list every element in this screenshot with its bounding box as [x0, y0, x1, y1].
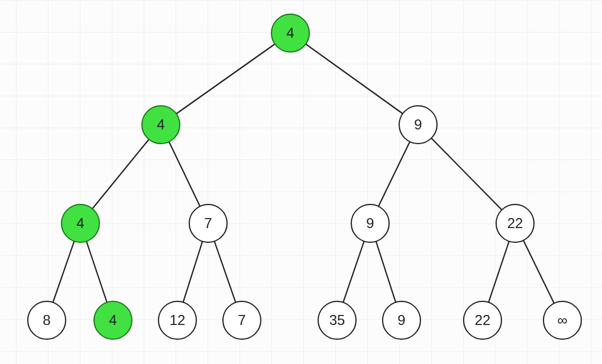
node-label: 8: [43, 313, 50, 327]
node-RR: 22: [496, 204, 535, 243]
node-label: 4: [157, 118, 164, 132]
edge-R-RR: [418, 125, 515, 223]
node-root: 4: [271, 14, 310, 53]
node-label: 7: [204, 216, 212, 230]
node-label: 4: [286, 26, 294, 40]
node-label: 12: [170, 313, 186, 327]
node-LRR: 7: [222, 301, 261, 340]
node-RRL: 22: [463, 301, 502, 340]
node-LRL: 12: [158, 301, 197, 340]
node-LL: 4: [61, 204, 100, 243]
node-label: 35: [329, 313, 345, 327]
node-label: 22: [507, 216, 523, 230]
node-label: 4: [76, 216, 84, 230]
node-LLR: 4: [93, 301, 132, 340]
node-RLR: 9: [382, 301, 421, 340]
edge-root-R: [290, 33, 418, 125]
node-label: ∞: [557, 313, 567, 327]
node-label: 7: [238, 313, 245, 327]
node-L: 4: [141, 105, 180, 144]
node-label: 9: [414, 118, 422, 132]
node-RL: 9: [351, 204, 390, 243]
node-R: 9: [399, 105, 438, 144]
edge-root-L: [161, 33, 290, 125]
node-label: 4: [109, 313, 116, 327]
edges-layer: [0, 0, 602, 364]
node-label: 9: [366, 216, 374, 230]
node-RLL: 35: [318, 301, 357, 340]
node-RRR: ∞: [543, 301, 582, 340]
node-label: 9: [397, 313, 405, 327]
node-label: 22: [475, 313, 491, 327]
node-LLL: 8: [27, 301, 66, 340]
node-LR: 7: [189, 204, 228, 243]
